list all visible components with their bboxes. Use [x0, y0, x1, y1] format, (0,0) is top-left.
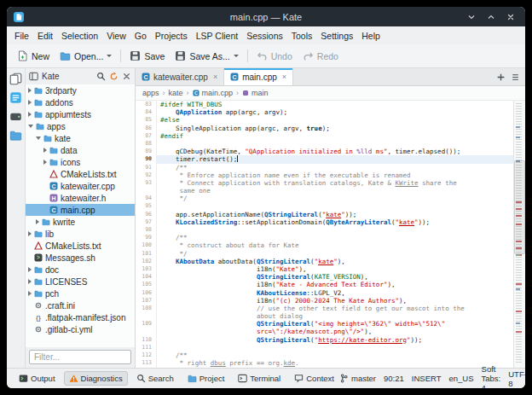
menu-view[interactable]: View: [102, 29, 130, 43]
code-line-86[interactable]: 86 SingleApplication app(argc, argv, tru…: [136, 125, 513, 132]
expand-arrow-icon[interactable]: [28, 88, 32, 93]
code-line-90[interactable]: 90 timer.restart();: [136, 155, 513, 163]
code-line-109[interactable]: 109 QStringLiteral("<img height=\"362\" …: [136, 320, 513, 328]
toolbar-redo-button[interactable]: Redo: [298, 48, 344, 64]
menu-lsp-client[interactable]: LSP Client: [192, 29, 242, 43]
code-line-93[interactable]: 93 * Connect application with translatio…: [136, 179, 513, 187]
project-refresh-icon[interactable]: [109, 72, 119, 81]
projects-icon[interactable]: [9, 91, 22, 104]
status-git-branch[interactable]: master: [339, 374, 376, 383]
new-tab-icon[interactable]: [496, 73, 506, 82]
code-line-113[interactable]: 113 * right dbus prefix == org.kde.: [136, 359, 513, 367]
code-line-wrap[interactable]: same one: [136, 187, 513, 195]
code-line-104[interactable]: 104 QStringLiteral(KATE_VERSION),: [136, 273, 513, 281]
toolbar-undo-button[interactable]: Undo: [252, 48, 298, 64]
code-line-114[interactable]: 114 */: [136, 367, 513, 368]
tree-item-messages-sh[interactable]: >Messages.sh: [26, 252, 135, 264]
code-line-94[interactable]: 94 */: [136, 195, 513, 202]
menu-sessions[interactable]: Sessions: [242, 29, 287, 43]
menu-projects[interactable]: Projects: [151, 29, 192, 43]
tab-close-icon[interactable]: ×: [213, 73, 217, 81]
expand-arrow-icon[interactable]: [28, 267, 32, 272]
expand-arrow-icon[interactable]: [28, 100, 32, 105]
code-line-112[interactable]: 112 /**: [136, 351, 513, 359]
expand-arrow-icon[interactable]: [28, 125, 33, 128]
code-line-wrap[interactable]: src=\":/kate/mascot.png\"/>"),: [136, 328, 513, 335]
code-line-91[interactable]: 91 /**: [136, 164, 513, 171]
code-line-99[interactable]: 99 /**: [136, 234, 513, 241]
tree-item-main-cpp[interactable]: Cmain.cpp: [26, 204, 135, 216]
folder-view-icon[interactable]: [9, 129, 22, 142]
code-line-105[interactable]: 105 i18n("Kate - Advanced Text Editor"),: [136, 281, 513, 288]
code-line-98[interactable]: 98: [136, 226, 513, 234]
breadcrumb-item-apps[interactable]: apps: [142, 89, 159, 97]
status-output-button[interactable]: Output: [14, 371, 61, 386]
status-diagnostics-button[interactable]: Diagnostics: [64, 371, 128, 386]
code-line-97[interactable]: 97 KLocalizedString::setApplicationDomai…: [136, 218, 513, 226]
filesystem-icon[interactable]: [9, 110, 22, 123]
tree-item-cmakelists-txt[interactable]: CMakeLists.txt: [26, 168, 135, 180]
tree-item-icons[interactable]: icons: [26, 156, 135, 168]
menu-edit[interactable]: Edit: [33, 29, 57, 43]
menu-settings[interactable]: Settings: [316, 29, 357, 43]
tab-main-cpp[interactable]: Cmain.cpp×: [224, 68, 293, 85]
code-line-106[interactable]: 106 KAboutLicense::LGPL_V2,: [136, 289, 513, 297]
code-line-89[interactable]: 89 qCDebug(KateTime, "QApplication initi…: [136, 148, 513, 155]
status-search-button[interactable]: Search: [131, 371, 179, 386]
status-terminal-button[interactable]: Terminal: [233, 371, 286, 386]
code-line-83[interactable]: 83#ifdef WITH_DBUS: [136, 101, 513, 108]
tree-item-kate[interactable]: kate: [26, 132, 135, 144]
tree-item-cmakelists-txt[interactable]: CMakeLists.txt: [26, 240, 135, 252]
code-line-101[interactable]: 101 */: [136, 250, 513, 258]
toolbar-open-button[interactable]: Open...: [55, 48, 117, 64]
tree-item-licenses[interactable]: LICENSES: [26, 276, 135, 288]
menu-tools[interactable]: Tools: [287, 29, 317, 43]
status-input-mode[interactable]: INSERT: [412, 374, 442, 383]
expand-arrow-icon[interactable]: [36, 137, 41, 140]
minimap-scrollbar[interactable]: [513, 101, 525, 368]
maximize-icon[interactable]: [486, 12, 496, 22]
status-project-button[interactable]: Project: [182, 371, 230, 386]
code-line-110[interactable]: 110 QStringLiteral("https://kate-editor.…: [136, 336, 513, 344]
minimize-icon[interactable]: [466, 12, 477, 22]
tree-item-lib[interactable]: lib: [26, 228, 135, 240]
panel-sidebar-icon[interactable]: [29, 72, 38, 81]
code-line-87[interactable]: 87#endif: [136, 132, 513, 140]
expand-arrow-icon[interactable]: [28, 291, 32, 296]
tree-item-data[interactable]: data: [26, 144, 135, 156]
project-filter-input[interactable]: [29, 350, 131, 364]
tree-item-katewaiter-cpp[interactable]: Ckatewaiter.cpp: [26, 180, 135, 192]
toolbar-save-button[interactable]: Save: [124, 48, 170, 64]
code-line-107[interactable]: 107 i18n("(c) 2000-2024 The Kate Authors…: [136, 297, 513, 305]
project-search-icon[interactable]: [96, 72, 106, 81]
panel-close-icon[interactable]: [122, 72, 131, 81]
status-tab-mode[interactable]: Soft Tabs: 4: [482, 364, 501, 388]
tree-item-appiumtests[interactable]: appiumtests: [26, 108, 135, 120]
code-line-95[interactable]: 95: [136, 202, 513, 210]
code-line-96[interactable]: 96 app.setApplicationName(QStringLiteral…: [136, 211, 513, 218]
tree-item-pch[interactable]: pch: [26, 288, 135, 299]
code-line-100[interactable]: 100 * construct about data for Kate: [136, 241, 513, 249]
code-line-85[interactable]: 85#else: [136, 116, 513, 124]
close-icon[interactable]: [506, 12, 516, 22]
tab-katewaiter-cpp[interactable]: Ckatewaiter.cpp×: [136, 68, 224, 85]
tree-item-craft-ini[interactable]: .craft.ini: [26, 299, 135, 311]
document-list-icon[interactable]: [511, 73, 520, 82]
menu-help[interactable]: Help: [357, 29, 385, 43]
tree-item-katewaiter-h[interactable]: Hkatewaiter.h: [26, 192, 135, 204]
code-line-88[interactable]: 88: [136, 140, 513, 148]
code-line-84[interactable]: 84 QApplication app(argc, argv);: [136, 108, 513, 116]
toolbar-save-as-button[interactable]: Save As...: [170, 48, 243, 64]
tab-close-icon[interactable]: ×: [282, 73, 286, 81]
breadcrumb-item-kate[interactable]: kate: [169, 89, 183, 97]
tree-item-flatpak-manifest-json[interactable]: {}.flatpak-manifest.json: [26, 311, 135, 323]
expand-arrow-icon[interactable]: [28, 231, 32, 236]
code-line-92[interactable]: 92 * Enforce application name even if th…: [136, 171, 513, 179]
tree-item-addons[interactable]: addons: [26, 96, 135, 108]
toolbar-new-button[interactable]: New: [12, 48, 55, 64]
tree-item-3rdparty[interactable]: 3rdparty: [26, 84, 135, 96]
breadcrumb-item-main-cpp[interactable]: Cmain.cpp: [193, 89, 234, 97]
menu-go[interactable]: Go: [130, 29, 151, 43]
expand-arrow-icon[interactable]: [28, 279, 32, 284]
status-cursor-position[interactable]: 90:21: [384, 374, 404, 383]
